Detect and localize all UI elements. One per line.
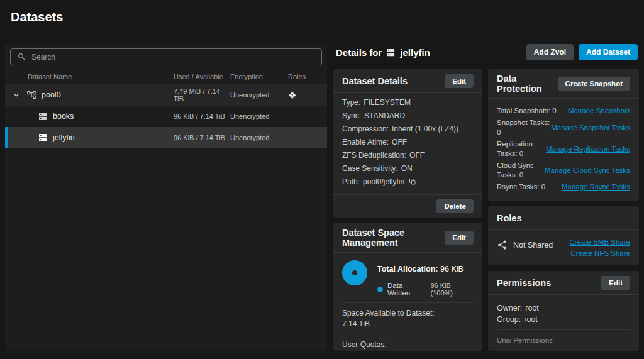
roles-status-text: Not Shared [513,241,553,250]
dedup-label: ZFS Deduplication: [342,151,406,160]
create-snapshot-button[interactable]: Create Snapshot [558,77,630,91]
space-management-card: Dataset Space Management Edit Total Allo… [333,223,482,351]
manage-rsync-tasks-link[interactable]: Manage Rsync Tasks [562,182,630,192]
encryption-value: Unencrypted [230,113,284,120]
column-roles: Roles [284,73,321,80]
create-nfs-share-link[interactable]: Create NFS Share [570,250,630,257]
used-available-value: 96 KiB / 7.14 TiB [174,134,230,141]
permissions-card: Permissions Edit Owner:root Group:root U… [488,271,639,351]
case-sensitivity-value: ON [401,164,413,173]
page-title: Datasets [11,10,63,25]
details-panel: Details for jellyfin Add Zvol Add Datase… [333,43,639,351]
sync-label: Sync: [342,111,361,120]
group-value: root [524,315,538,324]
manage-replication-tasks-link[interactable]: Manage Replication Tasks [546,145,630,154]
data-protection-card: Data Protection Create Snapshot Total Sn… [488,69,639,201]
permission-entry-owner: root Read | Write | Execute [497,346,630,351]
replication-tasks-label: Replication Tasks: 0 [497,140,546,158]
search-input[interactable] [31,53,315,62]
search-box[interactable] [10,48,322,65]
main-content: Dataset Name Used / Available Encryption… [0,35,644,351]
owner-label: Owner: [497,304,522,312]
dataset-icon [38,111,48,121]
group-label: Group: [497,315,521,324]
pool-tree-icon [26,90,36,100]
atime-value: OFF [392,138,407,146]
permissions-edit-button[interactable]: Edit [601,276,630,290]
details-title: Details for jellyfin [336,47,430,58]
dataset-name-label: books [53,112,74,121]
tree-row-books[interactable]: books 96 KiB / 7.14 TiB Unencrypted [5,106,327,127]
type-value: FILESYSTEM [364,98,411,107]
dataset-details-edit-button[interactable]: Edit [445,74,474,88]
manage-snapshots-link[interactable]: Manage Snapshots [568,106,630,116]
copy-icon[interactable] [409,178,416,185]
cloud-sync-tasks-label: Cloud Sync Tasks: 0 [497,161,545,180]
column-encryption: Encryption [230,73,284,80]
rsync-tasks-label: Rsync Tasks: 0 [497,182,545,192]
divider [342,334,474,334]
dedup-value: OFF [409,151,425,160]
roles-card: Roles Not Shared Create SMB Share Create… [488,206,639,265]
column-used-available: Used / Available [174,73,230,80]
path-label: Path: [342,177,360,186]
details-header: Details for jellyfin Add Zvol Add Datase… [336,44,638,60]
legend-dot [377,287,383,292]
space-available-value: 7.14 TiB [342,319,474,328]
encryption-value: Unencrypted [230,134,284,141]
dataset-name-label: pool0 [42,91,61,99]
chevron-down-icon[interactable] [11,90,26,100]
tree-row-pool0[interactable]: pool0 7.49 MiB / 7.14 TiB Unencrypted ❖ [5,84,327,106]
add-zvol-button[interactable]: Add Zvol [526,44,574,60]
dataset-icon [386,48,396,57]
compression-value: Inherit (1.00x (LZ4)) [392,124,458,133]
top-bar: Datasets [0,0,644,35]
create-smb-share-link[interactable]: Create SMB Share [569,238,630,246]
total-allocation-label: Total Allocation: [377,265,438,273]
divider [497,329,630,330]
snapshot-tasks-label: Snapshot Tasks: 0 [497,118,551,137]
total-allocation-value: 96 KiB [440,265,464,273]
manage-cloud-sync-tasks-link[interactable]: Manage Cloud Sync Tasks [545,166,630,175]
divider [342,302,474,303]
apps-role-icon: ❖ [288,91,296,100]
dataset-details-card: Dataset Details Edit Type:FILESYSTEM Syn… [333,69,482,218]
roles-title: Roles [497,213,522,223]
permissions-title: Permissions [497,278,551,288]
tree-column-headers: Dataset Name Used / Available Encryption… [5,68,327,84]
tree-row-jellyfin[interactable]: jellyfin 96 KiB / 7.14 TiB Unencrypted [5,127,327,148]
details-title-prefix: Details for [336,47,382,58]
legend-value: 96 KiB (100%) [431,282,474,297]
dataset-details-title: Dataset Details [342,76,408,86]
sync-value: STANDARD [364,111,405,120]
used-available-value: 7.49 MiB / 7.14 TiB [174,87,230,102]
manage-snapshot-tasks-link[interactable]: Manage Snapshot Tasks [551,123,630,133]
dataset-name-label: jellyfin [53,133,75,142]
dataset-icon [38,133,48,143]
details-dataset-name: jellyfin [400,47,430,58]
data-protection-title: Data Protection [497,74,558,94]
dataset-tree-panel: Dataset Name Used / Available Encryption… [5,43,327,351]
type-label: Type: [342,98,360,107]
legend-label: Data Written [387,282,426,297]
space-available-label: Space Available to Dataset: [342,309,474,318]
delete-button[interactable]: Delete [436,199,474,213]
total-snapshots-label: Total Snapshots: 0 [497,106,557,116]
add-dataset-button[interactable]: Add Dataset [579,44,638,60]
space-management-title: Dataset Space Management [342,228,445,248]
compression-label: Compression: [342,124,389,133]
user-quotas-label: User Quotas: [342,340,474,349]
column-dataset-name: Dataset Name [11,73,174,80]
search-icon [17,52,26,62]
share-icon [497,240,508,250]
space-management-edit-button[interactable]: Edit [445,231,474,245]
encryption-value: Unencrypted [230,91,284,99]
unix-permissions-label: Unix Permissions [497,336,630,344]
case-sensitivity-label: Case Sensitivity: [342,164,398,173]
path-value: pool0/jellyfin [363,177,404,186]
owner-value: root [525,304,539,312]
used-available-value: 96 KiB / 7.14 TiB [174,113,230,120]
allocation-donut-chart [342,260,367,285]
atime-label: Enable Atime: [342,138,389,146]
